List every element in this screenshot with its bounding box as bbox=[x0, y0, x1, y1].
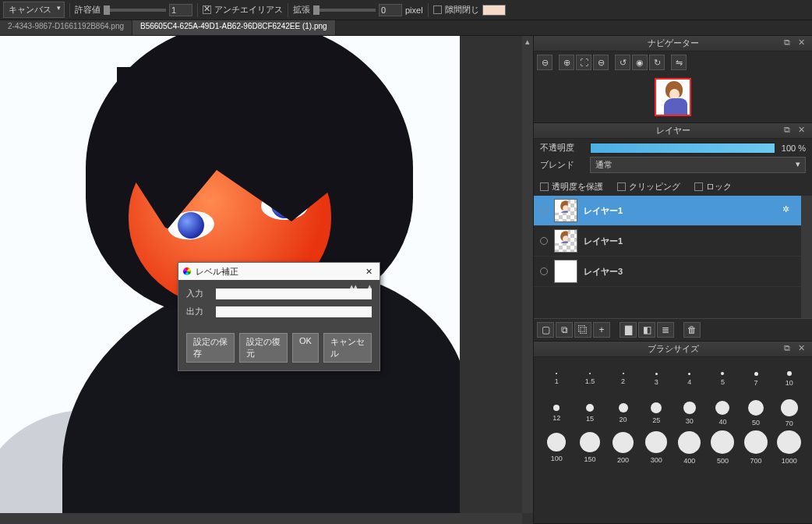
blend-dropdown[interactable]: 通常 bbox=[590, 157, 806, 173]
zoom-out2-icon[interactable]: ⊖ bbox=[593, 55, 609, 70]
scroll-up-icon[interactable]: ▴ bbox=[522, 36, 533, 47]
layer-visibility-toggle[interactable] bbox=[540, 237, 548, 245]
dialog-title: レベル補正 bbox=[196, 266, 238, 278]
navigator-thumbnail[interactable] bbox=[655, 78, 691, 116]
tolerance-slider[interactable] bbox=[104, 9, 166, 12]
brush-title: ブラシサイズ bbox=[648, 343, 699, 355]
expand-value[interactable] bbox=[379, 4, 402, 16]
zoom-in-icon[interactable]: ⊕ bbox=[559, 55, 574, 70]
input-levels-slider[interactable]: ▴▴ ▴ bbox=[216, 289, 372, 299]
brush-size-item[interactable]: 500 bbox=[706, 430, 740, 465]
brush-size-item[interactable]: 1 bbox=[540, 362, 574, 396]
popout-icon[interactable]: ⧉ bbox=[784, 37, 795, 48]
clipping-checkbox[interactable]: クリッピング bbox=[617, 181, 680, 193]
brush-size-item[interactable]: 12 bbox=[540, 396, 574, 430]
zoom-out-icon[interactable]: ⊖ bbox=[537, 55, 553, 70]
options-toolbar: キャンバス 許容値 アンチエイリアス 拡張 pixel 隙間閉じ bbox=[0, 0, 812, 20]
cancel-button[interactable]: キャンセル bbox=[323, 333, 372, 363]
canvas-scrollbar-vertical[interactable]: ▴ bbox=[522, 36, 533, 513]
brush-size-label: 300 bbox=[651, 456, 662, 464]
rotate-cw-icon[interactable]: ↻ bbox=[649, 55, 665, 70]
brush-size-item[interactable]: 50 bbox=[740, 396, 773, 430]
input-label: 入力 bbox=[186, 288, 208, 299]
brush-size-item[interactable]: 30 bbox=[673, 396, 707, 430]
output-levels-slider[interactable] bbox=[216, 306, 372, 317]
zoom-fit-icon[interactable]: ⛶ bbox=[576, 55, 591, 70]
protect-alpha-checkbox[interactable]: 透明度を保護 bbox=[540, 181, 603, 193]
brush-size-item[interactable]: 400 bbox=[673, 430, 707, 465]
dialog-close-button[interactable]: ✕ bbox=[362, 267, 375, 277]
file-tabs: 2-4343-9867-D1661192B864.png B56605C4-62… bbox=[0, 20, 812, 36]
popout-icon[interactable]: ⧉ bbox=[784, 343, 795, 354]
tolerance-label: 許容値 bbox=[75, 4, 101, 16]
brush-size-item[interactable]: 3 bbox=[640, 362, 673, 396]
layer-thumbnail bbox=[554, 199, 577, 222]
delete-layer-icon[interactable]: 🗑 bbox=[683, 322, 701, 338]
layer-item[interactable]: レイヤー1 ✲ bbox=[534, 196, 801, 226]
layer-item[interactable]: レイヤー1 bbox=[534, 226, 801, 257]
mask-icon[interactable]: ◧ bbox=[638, 322, 655, 338]
brush-size-item[interactable]: 1000 bbox=[772, 430, 806, 465]
popout-icon[interactable]: ⧉ bbox=[784, 125, 795, 136]
save-settings-button[interactable]: 設定の保存 bbox=[186, 333, 235, 363]
brush-size-label: 400 bbox=[683, 457, 695, 465]
add-layer-icon[interactable]: + bbox=[593, 322, 610, 338]
flip-icon[interactable]: ⇋ bbox=[671, 55, 687, 70]
closefill-checkbox[interactable] bbox=[433, 5, 442, 14]
layer-name: レイヤー1 bbox=[584, 235, 795, 247]
tab-file-0[interactable]: 2-4343-9867-D1661192B864.png bbox=[0, 20, 132, 35]
brush-size-grid: 11.5234571012152025304050701001502003004… bbox=[534, 357, 812, 469]
dialog-titlebar[interactable]: レベル補正 ✕ bbox=[178, 263, 380, 280]
brush-size-item[interactable]: 300 bbox=[640, 430, 673, 465]
brush-size-item[interactable]: 7 bbox=[740, 362, 773, 396]
tolerance-value[interactable] bbox=[169, 4, 192, 16]
brush-size-item[interactable]: 1.5 bbox=[574, 362, 607, 396]
new-layer-plus-icon[interactable]: ⧉ bbox=[556, 322, 573, 338]
rotate-reset-icon[interactable]: ◉ bbox=[632, 55, 648, 70]
ok-button[interactable]: OK bbox=[292, 333, 319, 363]
lock-checkbox[interactable]: ロック bbox=[694, 181, 732, 193]
brush-size-item[interactable]: 200 bbox=[606, 430, 640, 465]
brush-size-label: 500 bbox=[717, 457, 729, 465]
layers-list: レイヤー1 ✲ レイヤー1 レイヤー3 bbox=[534, 196, 801, 318]
opacity-value: 100 % bbox=[782, 143, 806, 153]
brush-size-label: 40 bbox=[718, 418, 726, 426]
antialias-checkbox[interactable] bbox=[203, 5, 211, 14]
brush-size-item[interactable]: 10 bbox=[772, 362, 806, 396]
brush-size-item[interactable]: 40 bbox=[706, 396, 740, 430]
brush-size-label: 700 bbox=[750, 457, 762, 465]
tab-file-1[interactable]: B56605C4-625A-49D1-AB62-96D8CF6242EE (1)… bbox=[132, 20, 336, 35]
brush-size-item[interactable]: 700 bbox=[740, 430, 773, 465]
new-layer-icon[interactable]: ▢ bbox=[537, 322, 554, 338]
brush-size-label: 1.5 bbox=[585, 377, 595, 385]
brush-size-item[interactable]: 2 bbox=[606, 362, 640, 396]
folder-icon[interactable]: ▇ bbox=[620, 322, 637, 338]
canvas-dropdown[interactable]: キャンバス bbox=[3, 2, 65, 18]
restore-settings-button[interactable]: 設定の復元 bbox=[239, 333, 288, 363]
brush-size-item[interactable]: 100 bbox=[540, 430, 574, 465]
layer-visibility-toggle[interactable] bbox=[540, 267, 548, 275]
brush-size-item[interactable]: 70 bbox=[772, 396, 806, 430]
expand-slider[interactable] bbox=[313, 9, 376, 12]
close-icon[interactable]: ✕ bbox=[798, 125, 809, 136]
brush-size-item[interactable]: 4 bbox=[673, 362, 707, 396]
close-icon[interactable]: ✕ bbox=[798, 37, 809, 48]
brush-size-item[interactable]: 25 bbox=[640, 396, 673, 430]
gear-icon[interactable]: ✲ bbox=[782, 204, 795, 217]
layer-item[interactable]: レイヤー3 bbox=[534, 257, 801, 287]
brush-size-label: 1 bbox=[555, 377, 559, 385]
layer-visibility-toggle[interactable] bbox=[540, 207, 548, 214]
layer-scrollbar[interactable] bbox=[801, 196, 812, 318]
close-icon[interactable]: ✕ bbox=[798, 343, 809, 354]
merge-icon[interactable]: ≣ bbox=[657, 322, 674, 338]
brush-size-item[interactable]: 150 bbox=[574, 430, 607, 465]
brush-size-item[interactable]: 5 bbox=[706, 362, 740, 396]
brush-size-item[interactable]: 20 bbox=[606, 396, 640, 430]
duplicate-layer-icon[interactable]: ⿻ bbox=[574, 322, 591, 338]
canvas-scrollbar-horizontal[interactable] bbox=[0, 513, 522, 524]
layer-name: レイヤー3 bbox=[584, 266, 795, 278]
brush-size-item[interactable]: 15 bbox=[574, 396, 607, 430]
opacity-slider[interactable] bbox=[590, 143, 775, 154]
rotate-ccw-icon[interactable]: ↺ bbox=[615, 55, 630, 70]
closefill-color[interactable] bbox=[482, 5, 506, 16]
